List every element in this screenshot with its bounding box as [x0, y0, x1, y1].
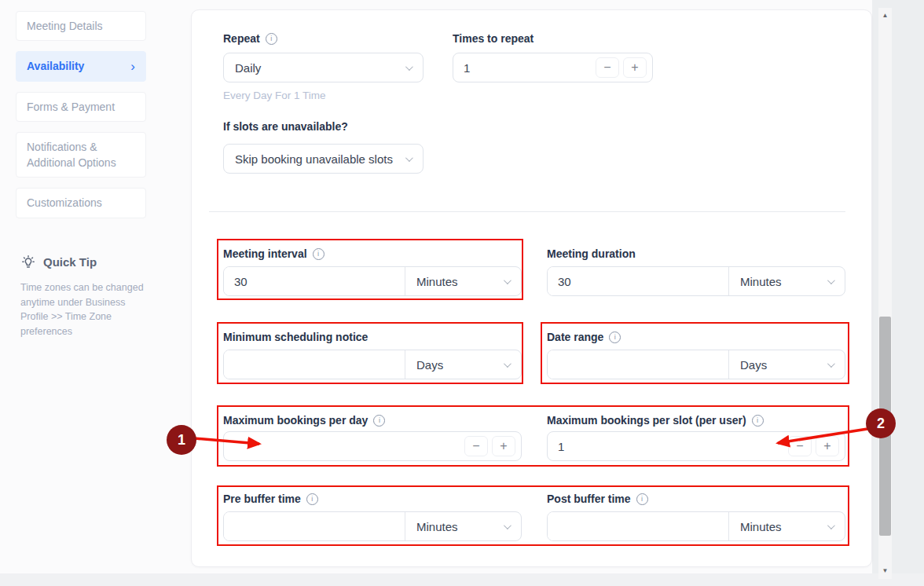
- meeting-interval-unit-select[interactable]: Minutes: [405, 267, 521, 295]
- increment-button[interactable]: +: [492, 436, 515, 456]
- meeting-duration-unit-select[interactable]: Minutes: [728, 267, 845, 295]
- info-icon[interactable]: i: [609, 331, 621, 343]
- date-range-field: Days: [547, 350, 845, 379]
- chevron-down-icon: [504, 277, 512, 284]
- meeting-interval-field: Minutes: [223, 266, 522, 296]
- max-bookings-day-label: Maximum bookings per day i: [223, 414, 385, 427]
- chevron-down-icon: [827, 277, 835, 284]
- increment-button[interactable]: +: [816, 436, 839, 456]
- pre-buffer-label: Pre buffer time i: [223, 493, 318, 505]
- sidebar-item-label: Forms & Payment: [27, 99, 115, 115]
- max-bookings-slot-field: − +: [547, 431, 845, 461]
- annotation-badge-2: 2: [866, 408, 896, 438]
- min-scheduling-notice-field: Days: [223, 350, 522, 379]
- unit-label: Minutes: [740, 275, 782, 288]
- max-bookings-slot-label: Maximum bookings per slot (per user) i: [547, 414, 764, 427]
- max-bookings-slot-input[interactable]: [548, 440, 784, 453]
- chevron-down-icon: [405, 154, 413, 162]
- min-scheduling-notice-label: Minimum scheduling notice: [223, 331, 368, 343]
- times-to-repeat-input[interactable]: [453, 61, 592, 75]
- max-bookings-day-field: − +: [223, 431, 522, 461]
- sidebar-item-label: Availability: [27, 58, 84, 74]
- slots-unavailable-label: If slots are unavailable?: [223, 120, 348, 133]
- sidebar-item-label: Meeting Details: [27, 18, 103, 34]
- min-scheduling-notice-input[interactable]: [224, 350, 405, 379]
- sidebar: Meeting Details Availability › Forms & P…: [16, 11, 146, 339]
- repeat-selected-value: Daily: [235, 61, 261, 75]
- chevron-down-icon: [827, 522, 835, 529]
- unit-label: Days: [740, 358, 767, 372]
- section-divider: [209, 211, 845, 212]
- times-to-repeat-field: − +: [453, 53, 653, 82]
- chevron-down-icon: [504, 522, 512, 529]
- quick-tip-title: Quick Tip: [43, 255, 97, 269]
- meeting-interval-input[interactable]: [224, 267, 405, 295]
- meeting-duration-input[interactable]: [548, 267, 728, 295]
- info-icon[interactable]: i: [636, 493, 648, 505]
- chevron-down-icon: [405, 63, 413, 71]
- chevron-down-icon: [504, 360, 512, 368]
- info-icon[interactable]: i: [752, 415, 764, 427]
- unit-label: Minutes: [416, 520, 458, 533]
- decrement-button[interactable]: −: [788, 436, 812, 456]
- info-icon[interactable]: i: [313, 248, 324, 260]
- times-to-repeat-label: Times to repeat: [453, 32, 534, 45]
- min-scheduling-notice-unit-select[interactable]: Days: [405, 350, 521, 379]
- sidebar-item-availability[interactable]: Availability ›: [16, 51, 146, 81]
- scroll-down-arrow[interactable]: ▼: [878, 566, 892, 577]
- unit-label: Days: [416, 358, 443, 372]
- availability-settings-panel: Repeat i Daily Every Day For 1 Time Time…: [191, 9, 872, 567]
- sidebar-item-customizations[interactable]: Customizations: [16, 188, 146, 218]
- meeting-duration-label: Meeting duration: [547, 247, 636, 260]
- pre-buffer-unit-select[interactable]: Minutes: [405, 512, 521, 540]
- post-buffer-field: Minutes: [547, 511, 845, 541]
- repeat-select[interactable]: Daily: [223, 53, 424, 82]
- info-icon[interactable]: i: [266, 33, 277, 45]
- unit-label: Minutes: [740, 520, 782, 533]
- unit-label: Minutes: [416, 275, 458, 288]
- annotation-badge-1: 1: [167, 425, 196, 455]
- pre-buffer-input[interactable]: [224, 512, 405, 540]
- scroll-up-arrow[interactable]: ▲: [878, 10, 892, 21]
- chevron-down-icon: [827, 360, 835, 368]
- sidebar-item-meeting-details[interactable]: Meeting Details: [16, 11, 146, 41]
- chevron-right-icon: ›: [130, 60, 135, 73]
- increment-button[interactable]: +: [623, 57, 647, 78]
- date-range-unit-select[interactable]: Days: [728, 350, 845, 379]
- decrement-button[interactable]: −: [464, 436, 488, 456]
- sidebar-item-notifications[interactable]: Notifications & Additional Options: [16, 132, 146, 178]
- meeting-interval-label: Meeting interval i: [223, 247, 324, 260]
- quick-tip-panel: Quick Tip Time zones can be changed anyt…: [16, 255, 146, 339]
- pre-buffer-field: Minutes: [223, 511, 522, 541]
- sidebar-item-label: Notifications & Additional Options: [27, 139, 135, 171]
- repeat-helper-text: Every Day For 1 Time: [223, 90, 326, 101]
- slots-unavailable-select[interactable]: Skip booking unavailable slots: [223, 144, 424, 174]
- max-bookings-day-input[interactable]: [224, 440, 460, 453]
- page-background-strip-bottom: [0, 573, 924, 586]
- decrement-button[interactable]: −: [596, 57, 619, 78]
- date-range-input[interactable]: [548, 350, 728, 379]
- date-range-label: Date range i: [547, 331, 621, 343]
- lightbulb-icon: [20, 255, 36, 270]
- post-buffer-label: Post buffer time i: [547, 493, 648, 505]
- meeting-duration-field: Minutes: [547, 266, 845, 296]
- info-icon[interactable]: i: [373, 415, 385, 427]
- sidebar-item-forms-payment[interactable]: Forms & Payment: [16, 92, 146, 122]
- post-buffer-input[interactable]: [548, 512, 728, 540]
- sidebar-item-label: Customizations: [27, 195, 102, 211]
- page: Meeting Details Availability › Forms & P…: [0, 0, 924, 586]
- post-buffer-unit-select[interactable]: Minutes: [728, 512, 845, 540]
- info-icon[interactable]: i: [306, 493, 318, 505]
- quick-tip-text: Time zones can be changed anytime under …: [20, 280, 146, 339]
- slots-unavailable-selected-value: Skip booking unavailable slots: [235, 152, 393, 166]
- repeat-label: Repeat i: [223, 32, 277, 45]
